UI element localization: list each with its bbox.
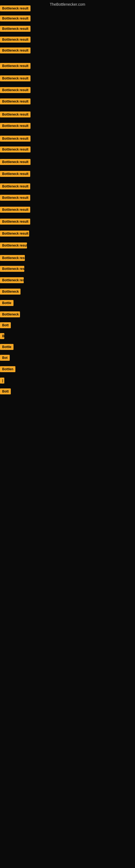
bottleneck-result-label: Bottleneck result xyxy=(0,26,31,32)
bottleneck-result-label: Bott xyxy=(0,389,11,394)
bottleneck-result-label: Bottlen xyxy=(0,366,15,372)
bottleneck-item: Bottleneck result xyxy=(0,219,30,226)
bottleneck-item: Bottleneck result xyxy=(0,195,30,202)
bottleneck-result-label: Bottleneck result xyxy=(0,230,29,237)
bottleneck-item: Bottleneck resu xyxy=(0,255,25,262)
bottleneck-item: Bottleneck result xyxy=(0,243,27,250)
bottleneck-result-label: | xyxy=(0,378,4,383)
bottleneck-item: Bot xyxy=(0,355,10,362)
bottleneck-result-label: Bottleneck result xyxy=(0,16,31,22)
bottleneck-item: Bottleneck result xyxy=(0,230,29,238)
bottleneck-item: Bottleneck result xyxy=(0,159,31,166)
bottleneck-result-label: Bottle xyxy=(0,300,13,306)
bottleneck-item: Bottleneck result xyxy=(0,207,30,214)
bottleneck-result-label: Bottleneck xyxy=(0,311,20,317)
bottleneck-item: Bottleneck result xyxy=(0,123,31,130)
bottleneck-result-label: Bottleneck result xyxy=(0,48,31,54)
bottleneck-item: Bottleneck result xyxy=(0,87,31,94)
bottleneck-item: Bottleneck result xyxy=(0,37,31,44)
bottleneck-result-label: Bottleneck result xyxy=(0,123,31,129)
bottleneck-item: Bott xyxy=(0,389,11,396)
bottleneck-result-label: Bottleneck result xyxy=(0,183,30,189)
bottleneck-item: Bottleneck result xyxy=(0,75,31,83)
bottleneck-result-label: Bottleneck resu xyxy=(0,277,24,283)
bottleneck-result-label: Bottleneck result xyxy=(0,75,31,82)
bottleneck-item: Bottleneck xyxy=(0,311,20,318)
bottleneck-item: Bottleneck resu xyxy=(0,277,24,284)
bottleneck-item: Bottleneck result xyxy=(0,63,31,70)
bottleneck-result-label: Bottleneck result xyxy=(0,171,30,177)
bottleneck-result-label: Bottleneck resu xyxy=(0,255,25,261)
bottleneck-result-label: Bottleneck xyxy=(0,289,20,294)
bottleneck-item: Bottleneck xyxy=(0,289,20,296)
bottleneck-item: Bott xyxy=(0,322,11,329)
bottleneck-item: Bottleneck result xyxy=(0,112,31,119)
bottleneck-result-label: Bottleneck result xyxy=(0,63,31,69)
bottleneck-result-label: Bottleneck result xyxy=(0,219,30,225)
bottleneck-result-label: Bott xyxy=(0,322,11,328)
bottleneck-result-label: Bottleneck result xyxy=(0,37,31,42)
bottleneck-result-label: Bot xyxy=(0,355,10,361)
bottleneck-item: Bottleneck result xyxy=(0,98,31,105)
bottleneck-result-label: Bottleneck result xyxy=(0,87,31,93)
bottleneck-item: Bottleneck resu xyxy=(0,266,24,273)
bottleneck-result-label: Bottleneck result xyxy=(0,159,31,165)
bottleneck-item: B xyxy=(0,333,4,340)
bottleneck-result-label: Bottleneck result xyxy=(0,5,31,11)
bottleneck-result-label: Bottleneck result xyxy=(0,112,31,118)
bottleneck-item: Bottleneck result xyxy=(0,16,31,23)
bottleneck-item: Bottleneck result xyxy=(0,147,31,154)
bottleneck-item: Bottleneck result xyxy=(0,48,31,55)
bottleneck-result-label: Bottleneck result xyxy=(0,195,30,201)
bottleneck-item: Bottleneck result xyxy=(0,183,30,190)
bottleneck-item: | xyxy=(0,378,4,384)
bottleneck-result-label: Bottleneck result xyxy=(0,147,31,152)
bottleneck-item: Bottle xyxy=(0,344,13,351)
bottleneck-result-label: B xyxy=(0,333,4,339)
bottleneck-item: Bottleneck result xyxy=(0,135,31,143)
bottleneck-result-label: Bottleneck result xyxy=(0,243,27,248)
bottleneck-item: Bottle xyxy=(0,300,13,307)
bottleneck-item: Bottleneck result xyxy=(0,5,31,12)
bottleneck-result-label: Bottleneck result xyxy=(0,98,31,104)
bottleneck-item: Bottleneck result xyxy=(0,26,31,33)
bottleneck-item: Bottlen xyxy=(0,366,15,373)
bottleneck-result-label: Bottleneck result xyxy=(0,135,31,142)
bottleneck-result-label: Bottle xyxy=(0,344,13,350)
bottleneck-result-label: Bottleneck resu xyxy=(0,266,24,272)
bottleneck-result-label: Bottleneck result xyxy=(0,207,30,213)
bottleneck-item: Bottleneck result xyxy=(0,171,30,178)
